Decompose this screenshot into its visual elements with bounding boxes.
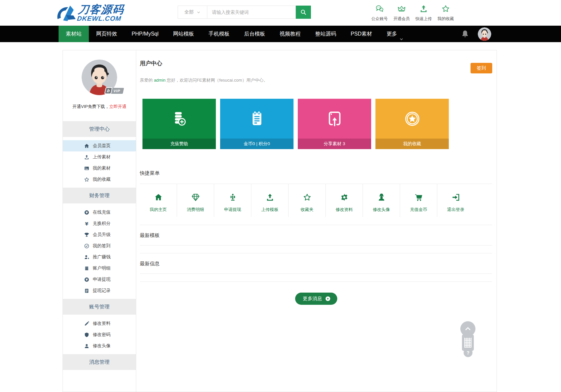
nav-item-more[interactable]: 更多 xyxy=(379,26,411,42)
yen-circle-icon: ¥ xyxy=(84,210,89,215)
quick-menu-item[interactable]: 申请提现 xyxy=(214,184,251,217)
sidebar-item[interactable]: 修改头像 xyxy=(63,340,136,352)
search-category-value: 全部 xyxy=(185,9,194,15)
stat-card[interactable]: 充值赞助 xyxy=(142,99,216,149)
sidebar-item[interactable]: 账户明细 xyxy=(63,263,136,274)
nav-item-手机模板[interactable]: 手机模板 xyxy=(201,26,237,42)
nav-item-整站源码[interactable]: 整站源码 xyxy=(308,26,344,42)
sidebar-sections: 管理中心会员首页上传素材我的素材我的收藏财务管理¥在线充值¥兑换积分会员升级我的… xyxy=(63,121,136,370)
back-to-top-button[interactable] xyxy=(460,321,475,336)
sidebar-item-label: 会员升级 xyxy=(93,232,111,238)
sidebar-item-label: 修改头像 xyxy=(93,343,111,349)
sidebar-item[interactable]: 上传素材 xyxy=(63,151,136,163)
stat-card[interactable]: 我的收藏 xyxy=(375,99,449,149)
vip-open-link[interactable]: 立即开通 xyxy=(109,104,126,109)
divider xyxy=(140,245,492,246)
sidebar-section-title: 管理中心 xyxy=(63,121,136,137)
header-quick-link[interactable]: 公众账号 xyxy=(369,4,391,22)
nav-item-网页特效[interactable]: 网页特效 xyxy=(89,26,124,42)
sidebar-item[interactable]: 提现记录 xyxy=(63,285,136,296)
quick-menu-label: 退出登录 xyxy=(437,207,474,213)
bell-icon[interactable] xyxy=(461,30,470,39)
home-icon xyxy=(154,193,163,202)
quick-menu-item[interactable]: 充值金币 xyxy=(400,184,437,217)
diamond-icon xyxy=(191,193,200,202)
quick-menu-item[interactable]: 我的主页 xyxy=(140,184,177,217)
nav-item-网站模板[interactable]: 网站模板 xyxy=(166,26,201,42)
divider xyxy=(140,225,492,225)
stat-card-label: 充值赞助 xyxy=(142,139,216,149)
quick-menu-title: 快捷菜单 xyxy=(140,170,492,176)
quick-link-label: 公众账号 xyxy=(369,16,391,22)
play-circle-icon xyxy=(325,296,331,301)
star-icon xyxy=(84,177,89,182)
nav-item-PSD素材[interactable]: PSD素材 xyxy=(344,26,379,42)
sidebar-item[interactable]: ¥申请提现 xyxy=(63,274,136,285)
quick-menu-item[interactable]: 退出登录 xyxy=(437,184,474,217)
search-input[interactable] xyxy=(207,6,295,18)
chevron-down-icon xyxy=(196,10,201,14)
quick-menu-item[interactable]: 收藏夹 xyxy=(288,184,325,217)
sidebar-item[interactable]: 会员首页 xyxy=(63,140,136,151)
star-badge-icon xyxy=(403,109,422,128)
content-sections: 最新模板最新信息 xyxy=(140,232,492,282)
header-quick-link[interactable]: 快速上传 xyxy=(413,4,435,22)
nav-item-label: PSD素材 xyxy=(351,26,372,42)
user-avatar[interactable] xyxy=(478,27,491,41)
search-category-dropdown[interactable]: 全部 xyxy=(178,6,207,19)
quick-menu-item[interactable]: 消费明细 xyxy=(177,184,214,217)
quick-menu-label: 修改头像 xyxy=(363,207,400,213)
main-panel: 用户中心 签到 亲爱的 admin 您好，欢迎访问FE素材网（fesucai.c… xyxy=(136,50,497,392)
quick-menu: 我的主页消费明细申请提现上传模板收藏夹修改资料修改头像充值金币退出登录 xyxy=(140,184,474,217)
sidebar-item-label: 兑换积分 xyxy=(93,221,111,226)
sidebar-item[interactable]: ¥在线充值 xyxy=(63,207,136,218)
nav-item-label: 网站模板 xyxy=(173,26,194,42)
quick-link-label: 开通会员 xyxy=(391,16,413,22)
sidebar-item-label: 在线充值 xyxy=(93,209,111,215)
quick-menu-item[interactable]: 修改头像 xyxy=(363,184,400,217)
sidebar-item[interactable]: 修改资料 xyxy=(63,318,136,329)
nav-item-label: 手机模板 xyxy=(209,26,230,42)
check-circle-icon xyxy=(84,243,89,249)
site-logo[interactable]: 刀客源码 DKEWL.COM xyxy=(55,3,124,23)
search-icon xyxy=(300,9,307,16)
stat-card[interactable]: 分享素材 3 xyxy=(298,99,371,149)
sidebar-item-label: 修改密码 xyxy=(93,332,111,338)
nav-item-素材站[interactable]: 素材站 xyxy=(59,26,89,42)
quick-menu-item[interactable]: 修改资料 xyxy=(325,184,363,217)
sidebar-item[interactable]: ¥兑换积分 xyxy=(63,218,136,229)
nav-item-后台模板[interactable]: 后台模板 xyxy=(237,26,272,42)
sidebar-item-label: 我的收藏 xyxy=(93,176,111,182)
sidebar-item-label: 我的素材 xyxy=(93,165,111,171)
sidebar-section-title: 消息管理 xyxy=(63,354,136,370)
user-plus-icon xyxy=(84,254,89,260)
section-title: 最新信息 xyxy=(140,261,492,267)
search-input-wrap xyxy=(207,6,296,19)
pen-icon xyxy=(84,321,89,327)
sidebar-item[interactable]: 我的签到 xyxy=(63,240,136,251)
profile-block: b VIP 开通VIP免费下载，立即开通 xyxy=(63,50,136,121)
sidebar-item[interactable]: 我的收藏 xyxy=(63,174,136,185)
sidebar-item[interactable]: 我的素材 xyxy=(63,163,136,174)
help-button[interactable]: ? xyxy=(464,348,472,357)
nav-item-PHP/MySql[interactable]: PHP/MySql xyxy=(124,26,166,42)
stat-card[interactable]: 金币0 | 积分0 xyxy=(220,99,293,149)
sidebar-section-items: ¥在线充值¥兑换积分会员升级我的签到推广赚钱账户明细¥申请提现提现记录 xyxy=(63,203,136,299)
sidebar-item[interactable]: 会员升级 xyxy=(63,229,136,240)
search-button[interactable] xyxy=(296,6,311,19)
sidebar-item[interactable]: 修改密码 xyxy=(63,329,136,340)
vip-promo-text: 开通VIP免费下载， xyxy=(72,104,109,109)
share-device-icon xyxy=(325,109,344,128)
nav-item-视频教程[interactable]: 视频教程 xyxy=(272,26,308,42)
header-quick-link[interactable]: 我的收藏 xyxy=(435,4,457,22)
signin-button[interactable]: 签到 xyxy=(471,63,492,73)
more-messages-button[interactable]: 更多消息 xyxy=(295,293,337,305)
stat-card-body xyxy=(298,99,371,139)
quick-menu-label: 我的主页 xyxy=(140,207,177,213)
nav-item-label: 视频教程 xyxy=(280,26,301,42)
divider xyxy=(140,274,492,274)
sidebar-item[interactable]: 推广赚钱 xyxy=(63,251,136,263)
quick-menu-item[interactable]: 上传模板 xyxy=(251,184,288,217)
header-quick-link[interactable]: 开通会员 xyxy=(391,4,413,22)
header-quick-links: 公众账号开通会员快速上传我的收藏 xyxy=(369,4,457,22)
